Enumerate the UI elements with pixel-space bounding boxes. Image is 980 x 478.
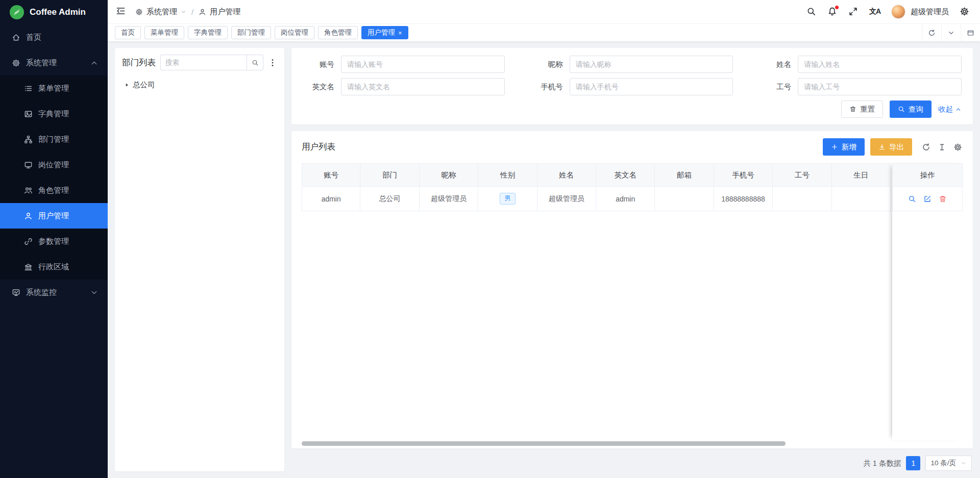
export-button[interactable]: 导出: [870, 138, 912, 156]
breadcrumb-item-system[interactable]: 系统管理: [146, 7, 177, 17]
column-header: 生日: [832, 163, 891, 187]
row-height-icon: [938, 143, 946, 152]
add-user-button[interactable]: 新增: [823, 138, 865, 156]
sidebar-item-post-mgmt[interactable]: 岗位管理: [0, 152, 108, 178]
tab-user-mgmt[interactable]: 用户管理 ×: [361, 26, 408, 39]
job-no-input[interactable]: [798, 78, 962, 95]
avatar[interactable]: [891, 5, 905, 19]
user-list-title: 用户列表: [302, 141, 335, 153]
breadcrumb-item-current: 用户管理: [210, 7, 240, 17]
horizontal-scrollbar[interactable]: [302, 441, 786, 446]
search-icon: [908, 195, 916, 203]
tab-menu-mgmt[interactable]: 菜单管理: [144, 26, 184, 39]
trash-icon: [849, 106, 856, 113]
gear-icon: [960, 7, 969, 16]
tab-label: 菜单管理: [151, 28, 178, 37]
main-area: 系统管理 / 用户管理 文A 超级管理员: [108, 0, 980, 478]
refresh-tab-button[interactable]: [922, 24, 941, 41]
department-search-button[interactable]: [247, 55, 263, 70]
nickname-input[interactable]: [570, 56, 733, 73]
query-label: 查询: [909, 105, 923, 114]
cell-birthday: [832, 187, 891, 211]
tab-options-button[interactable]: [941, 24, 961, 41]
column-settings-button[interactable]: [952, 142, 963, 152]
tab-label: 部门管理: [237, 28, 265, 37]
cell-email: [655, 187, 714, 211]
user-list-card: 用户列表 新增 导出: [291, 131, 973, 448]
sidebar-item-role-mgmt[interactable]: 角色管理: [0, 178, 108, 203]
sidebar-item-param-mgmt[interactable]: 参数管理: [0, 229, 108, 254]
field-label: 工号: [760, 82, 791, 92]
monitor-chart-icon: [12, 288, 20, 297]
fixed-action-column: 操作: [892, 163, 963, 440]
column-header: 手机号: [714, 163, 773, 187]
view-row-button[interactable]: [908, 195, 916, 203]
caret-right-icon: [124, 82, 130, 88]
department-more-button[interactable]: [268, 58, 277, 67]
search-button[interactable]: [806, 7, 817, 17]
sidebar-item-label: 部门管理: [38, 135, 69, 144]
tabbar-tools: [922, 24, 980, 41]
search-form-card: 账号 昵称 姓名 英文名: [291, 48, 973, 124]
cell-department: 总公司: [360, 187, 419, 211]
sidebar-item-label: 字典管理: [38, 109, 69, 119]
tab-dept-mgmt[interactable]: 部门管理: [231, 26, 271, 39]
tree-node-root[interactable]: 总公司: [122, 77, 277, 93]
query-button[interactable]: 查询: [890, 100, 932, 118]
right-column: 账号 昵称 姓名 英文名: [291, 48, 973, 471]
tab-dict-mgmt[interactable]: 字典管理: [188, 26, 228, 39]
column-header: 操作: [892, 163, 963, 187]
sidebar-item-region-mgmt[interactable]: 行政区域: [0, 254, 108, 280]
search-form: 账号 昵称 姓名 英文名: [303, 56, 962, 95]
tab-role-mgmt[interactable]: 角色管理: [318, 26, 358, 39]
name-input[interactable]: [798, 56, 962, 73]
column-header: 工号: [773, 163, 831, 187]
close-icon[interactable]: ×: [398, 30, 402, 36]
account-input[interactable]: [341, 56, 505, 73]
chevron-up-icon: [955, 106, 962, 113]
tab-home[interactable]: 首页: [115, 26, 141, 39]
english-name-input[interactable]: [341, 78, 505, 95]
search-icon: [898, 106, 905, 113]
edit-row-button[interactable]: [923, 195, 932, 203]
translate-button[interactable]: 文A: [869, 7, 880, 16]
refresh-list-button[interactable]: [921, 142, 931, 152]
user-name[interactable]: 超级管理员: [911, 7, 949, 17]
notification-badge-dot: [835, 6, 839, 9]
search-icon: [806, 7, 816, 16]
tab-label: 字典管理: [194, 28, 222, 37]
column-header: 部门: [360, 163, 419, 187]
sidebar-group-system[interactable]: 系统管理: [0, 50, 108, 76]
monitor-icon: [24, 161, 33, 169]
notification-button[interactable]: [827, 7, 838, 17]
user-table-scroll-area: 账号 部门 昵称 性别 姓名 英文名 邮箱 手机号 工号 生日: [302, 163, 891, 440]
column-header: 邮箱: [655, 163, 714, 187]
phone-input[interactable]: [570, 78, 733, 95]
fullscreen-button[interactable]: [848, 7, 859, 17]
tab-post-mgmt[interactable]: 岗位管理: [275, 26, 314, 39]
layout-maximize-button[interactable]: [961, 24, 980, 41]
page-1-button[interactable]: 1: [906, 456, 920, 470]
sidebar-item-dict-mgmt[interactable]: 字典管理: [0, 101, 108, 127]
sidebar-item-label: 角色管理: [38, 186, 69, 195]
page-size-select[interactable]: 10 条/页: [925, 456, 972, 471]
sidebar-item-user-mgmt[interactable]: 用户管理: [0, 203, 108, 229]
settings-button[interactable]: [960, 7, 970, 17]
reset-button[interactable]: 重置: [841, 100, 883, 118]
delete-row-button[interactable]: [939, 195, 947, 203]
row-height-button[interactable]: [937, 142, 947, 152]
department-search-input[interactable]: [160, 55, 247, 70]
tree-node-label: 总公司: [133, 80, 155, 90]
sidebar-item-home[interactable]: 首页: [0, 24, 108, 50]
collapse-link[interactable]: 收起: [938, 105, 962, 114]
department-panel-title: 部门列表: [122, 57, 156, 68]
menu-fold-button[interactable]: [116, 6, 127, 17]
sitemap-icon: [24, 135, 33, 144]
sidebar-item-menu-mgmt[interactable]: 菜单管理: [0, 76, 108, 101]
menu-fold-icon: [116, 6, 126, 16]
topbar-actions: 文A 超级管理员: [806, 5, 970, 19]
sidebar-item-dept-mgmt[interactable]: 部门管理: [0, 127, 108, 152]
sidebar-group-monitor[interactable]: 系统监控: [0, 280, 108, 305]
field-job-no: 工号: [760, 78, 962, 95]
content: 部门列表 总公司: [108, 41, 980, 478]
